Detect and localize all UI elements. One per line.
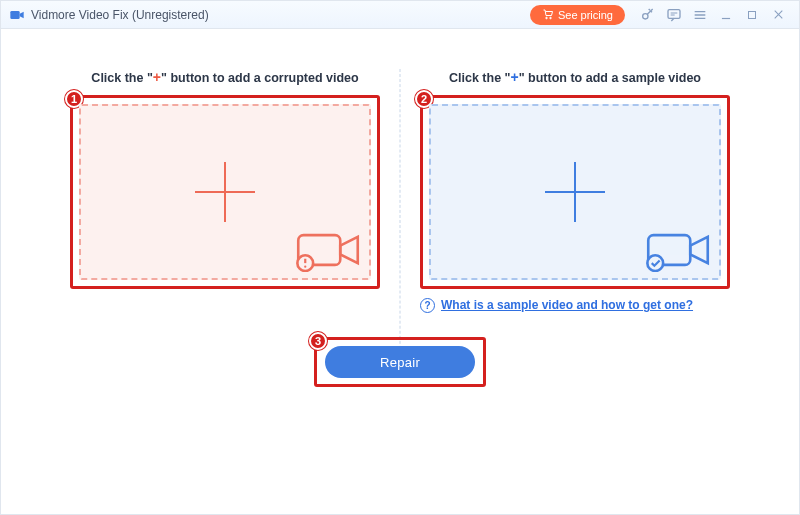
plus-icon: + xyxy=(153,69,161,85)
text: Click the " xyxy=(91,71,153,85)
corrupted-instruction: Click the "+" button to add a corrupted … xyxy=(91,69,358,85)
titlebar: Vidmore Video Fix (Unregistered) See pri… xyxy=(1,1,799,29)
app-title: Vidmore Video Fix (Unregistered) xyxy=(31,8,209,22)
plus-icon xyxy=(195,162,255,222)
video-warning-icon xyxy=(293,228,363,272)
sample-video-column: Click the "+" button to add a sample vid… xyxy=(420,69,730,313)
svg-rect-0 xyxy=(10,11,19,19)
svg-rect-4 xyxy=(668,9,680,18)
plus-icon xyxy=(545,162,605,222)
main-area: Click the "+" button to add a corrupted … xyxy=(1,29,799,514)
feedback-icon[interactable] xyxy=(661,2,687,28)
help-icon: ? xyxy=(420,298,435,313)
vertical-divider xyxy=(400,69,401,369)
svg-point-10 xyxy=(647,255,663,271)
repair-label: Repair xyxy=(380,355,420,370)
add-sample-video-dropzone[interactable] xyxy=(429,104,721,280)
svg-point-2 xyxy=(550,17,552,19)
close-icon[interactable] xyxy=(765,2,791,28)
corrupted-video-column: Click the "+" button to add a corrupted … xyxy=(70,69,380,289)
text: " button to add a sample video xyxy=(519,71,701,85)
minimize-icon[interactable] xyxy=(713,2,739,28)
sample-help-row: ? What is a sample video and how to get … xyxy=(420,297,730,313)
text: Click the " xyxy=(449,71,511,85)
see-pricing-label: See pricing xyxy=(558,9,613,21)
cart-icon xyxy=(542,8,554,22)
sample-help-link[interactable]: What is a sample video and how to get on… xyxy=(441,297,693,313)
svg-point-8 xyxy=(304,265,306,267)
text: " button to add a corrupted video xyxy=(161,71,359,85)
svg-rect-5 xyxy=(749,11,756,18)
video-check-icon xyxy=(643,228,713,272)
svg-point-1 xyxy=(546,17,548,19)
menu-icon[interactable] xyxy=(687,2,713,28)
maximize-icon[interactable] xyxy=(739,2,765,28)
step-3-callout: 3 Repair xyxy=(314,337,486,387)
sample-instruction: Click the "+" button to add a sample vid… xyxy=(449,69,701,85)
step-1-callout: 1 xyxy=(70,95,380,289)
plus-icon: + xyxy=(510,69,518,85)
svg-point-3 xyxy=(643,13,648,18)
key-icon[interactable] xyxy=(635,2,661,28)
step-2-callout: 2 xyxy=(420,95,730,289)
repair-button[interactable]: Repair xyxy=(325,346,475,378)
see-pricing-button[interactable]: See pricing xyxy=(530,5,625,25)
app-icon xyxy=(9,7,25,23)
add-corrupted-video-dropzone[interactable] xyxy=(79,104,371,280)
step-badge-3: 3 xyxy=(309,332,327,350)
